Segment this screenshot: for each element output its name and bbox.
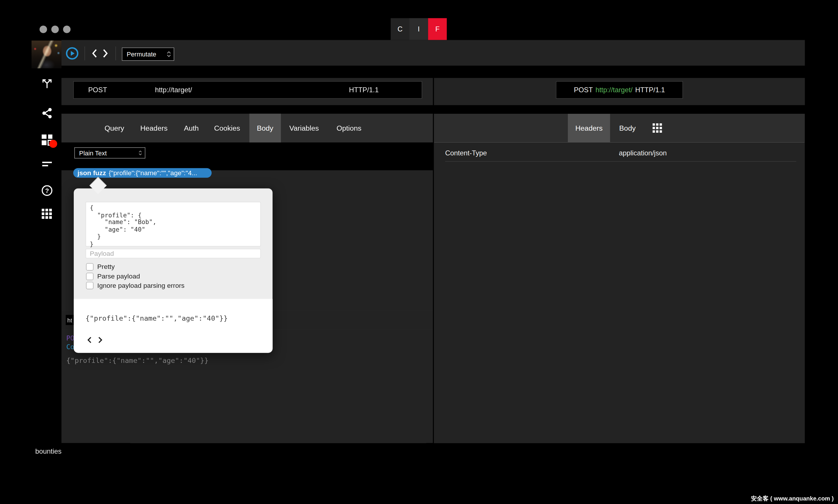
tab-headers[interactable]: Headers [133, 114, 175, 143]
right-content-area [434, 143, 805, 443]
token-editor-popover: { "profile": { "name": "Bob", "age": "40… [74, 188, 272, 353]
request-protocol: HTTP/1.1 [635, 86, 665, 94]
request-url: http://target/ [596, 86, 633, 94]
left-tab-bar: Query Headers Auth Cookies Body Variable… [62, 114, 433, 143]
screenshot-root: C I F ? [0, 0, 838, 504]
apps-grid-icon[interactable] [42, 209, 52, 219]
watermark: 安全客 ( www.anquanke.com ) [751, 495, 834, 503]
tab-query[interactable]: Query [97, 114, 132, 143]
prev-result-icon[interactable] [87, 336, 92, 344]
raw-body-preview: {"profile":{"name":"","age":"40"}} [66, 357, 208, 365]
mode-select[interactable]: Permutate [122, 48, 174, 61]
header-row-value[interactable]: application/json [619, 149, 667, 157]
tab-auth[interactable]: Auth [176, 114, 206, 143]
footer-bounties-link[interactable]: bounties [35, 447, 62, 455]
request-method: POST [574, 86, 593, 94]
tab-body-active[interactable]: Body [250, 114, 281, 143]
toolbar-divider [115, 47, 116, 60]
window-tab-f-active[interactable]: F [428, 18, 447, 40]
tab-body[interactable]: Body [612, 114, 643, 143]
popover-result-section: {"profile":{"name":"","age":"40"}} [74, 299, 272, 353]
payload-input[interactable]: Payload [85, 249, 261, 258]
tab-cookies[interactable]: Cookies [207, 114, 248, 143]
filter-lines-icon[interactable] [41, 159, 53, 170]
mode-select-value: Permutate [127, 50, 156, 58]
share-icon[interactable] [41, 107, 53, 119]
checkbox-unchecked-icon[interactable] [86, 273, 93, 280]
window-zoom-button[interactable] [63, 25, 70, 33]
header-row-name[interactable]: Content-Type [445, 149, 487, 157]
branch-icon[interactable] [41, 78, 53, 90]
tab-variables[interactable]: Variables [282, 114, 326, 143]
more-tabs-grid-icon[interactable] [653, 123, 662, 133]
back-chevron-icon[interactable] [91, 48, 99, 59]
play-icon[interactable] [66, 47, 79, 60]
app-window: C I F ? [0, 0, 838, 504]
checkbox-unchecked-icon[interactable] [86, 282, 93, 289]
raw-header-line: Co [66, 343, 74, 351]
window-minimize-button[interactable] [51, 25, 59, 33]
chevron-updown-icon [167, 51, 171, 57]
svg-text:?: ? [45, 187, 49, 194]
window-tab-i[interactable]: I [409, 18, 428, 40]
window-close-button[interactable] [40, 25, 47, 33]
forward-chevron-icon[interactable] [101, 48, 109, 59]
notification-dot [49, 140, 57, 148]
ignore-errors-checkbox-row[interactable]: Ignore payload parsing errors [86, 282, 185, 289]
checkbox-unchecked-icon[interactable] [86, 263, 93, 271]
checkbox-label: Ignore payload parsing errors [97, 282, 185, 289]
checkbox-label: Pretty [97, 263, 115, 271]
token-preview: {"profile":{"name":"","age":"4... [109, 169, 197, 177]
pretty-checkbox-row[interactable]: Pretty [86, 263, 115, 271]
tab-options[interactable]: Options [329, 114, 369, 143]
window-tab-c[interactable]: C [391, 18, 409, 40]
token-name: json fuzz [78, 169, 106, 177]
body-format-value: Plain Text [79, 149, 107, 157]
right-tab-bar: Headers Body [434, 114, 805, 143]
avatar[interactable] [32, 40, 62, 68]
result-preview: {"profile":{"name":"","age":"40"}} [85, 314, 227, 322]
toolbar-divider [85, 47, 85, 60]
right-request-line[interactable]: POST http://target/ HTTP/1.1 [556, 81, 683, 99]
parse-payload-checkbox-row[interactable]: Parse payload [86, 273, 140, 280]
body-format-select[interactable]: Plain Text [74, 147, 146, 159]
json-fuzz-token[interactable]: json fuzz {"profile":{"name":"","age":"4… [73, 168, 211, 178]
request-protocol: HTTP/1.1 [349, 86, 379, 94]
divider [445, 161, 796, 162]
json-input-textarea[interactable]: { "profile": { "name": "Bob", "age": "40… [85, 202, 261, 247]
checkbox-label: Parse payload [97, 273, 140, 280]
left-request-line[interactable]: POST http://target/ HTTP/1.1 [73, 81, 422, 99]
request-url: http://target/ [155, 86, 192, 94]
next-result-icon[interactable] [98, 336, 103, 344]
result-pager [87, 336, 103, 344]
help-icon[interactable]: ? [41, 185, 53, 196]
chevron-updown-icon [138, 150, 142, 156]
request-method: POST [88, 86, 107, 94]
tab-headers-active[interactable]: Headers [568, 114, 610, 143]
raw-request-line: PO [66, 334, 74, 342]
payload-placeholder: Payload [90, 250, 114, 257]
